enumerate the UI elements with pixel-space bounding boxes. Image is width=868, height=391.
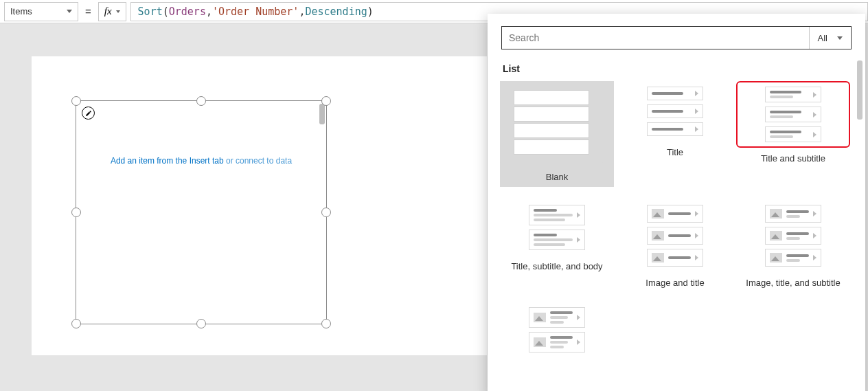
layout-thumb-blank bbox=[500, 81, 603, 164]
search-row: All bbox=[501, 26, 852, 49]
token-identifier: Orders bbox=[169, 5, 206, 18]
chevron-right-icon bbox=[695, 255, 698, 260]
filter-dropdown[interactable]: All bbox=[809, 27, 851, 49]
canvas[interactable]: Add an item from the Insert tab or conne… bbox=[32, 56, 487, 355]
chevron-right-icon bbox=[813, 132, 816, 137]
image-placeholder-icon bbox=[770, 253, 782, 262]
image-placeholder-icon bbox=[652, 253, 664, 262]
chevron-right-icon bbox=[577, 212, 580, 218]
chevron-down-icon bbox=[67, 10, 72, 13]
chevron-right-icon bbox=[695, 109, 698, 114]
token-function: Sort bbox=[138, 5, 163, 18]
layout-option-title-subtitle[interactable]: Title and subtitle bbox=[736, 81, 850, 187]
chevron-right-icon bbox=[695, 211, 698, 216]
filter-label: All bbox=[818, 33, 827, 43]
layout-thumb-image-title-subtitle bbox=[742, 205, 845, 267]
property-dropdown-label: Items bbox=[10, 6, 32, 16]
chevron-down-icon bbox=[116, 10, 120, 13]
chevron-right-icon bbox=[813, 255, 816, 260]
image-placeholder-icon bbox=[534, 337, 546, 347]
layout-thumb-more bbox=[505, 307, 608, 353]
gallery-empty-hint: Add an item from the Insert tab or conne… bbox=[76, 156, 326, 166]
layout-option-more[interactable] bbox=[500, 302, 614, 358]
layout-label: Title, subtitle, and body bbox=[500, 261, 614, 272]
image-placeholder-icon bbox=[652, 209, 664, 219]
hint-link-data[interactable]: or connect to data bbox=[226, 156, 292, 166]
layout-label: Title bbox=[618, 147, 732, 158]
chevron-right-icon bbox=[695, 91, 698, 96]
layout-picker-panel: All List Blank bbox=[488, 14, 865, 391]
chevron-down-icon bbox=[837, 36, 843, 40]
fx-dropdown[interactable]: fx bbox=[98, 2, 126, 21]
resize-handle[interactable] bbox=[321, 208, 331, 217]
chevron-right-icon bbox=[813, 211, 816, 216]
chevron-right-icon bbox=[813, 112, 816, 118]
search-input[interactable] bbox=[502, 27, 809, 49]
layout-grid: Blank Title Title and subtitle bbox=[500, 81, 854, 358]
resize-handle[interactable] bbox=[71, 208, 81, 217]
chevron-right-icon bbox=[577, 339, 580, 345]
chevron-right-icon bbox=[813, 92, 816, 98]
token-string: 'Order Number' bbox=[212, 5, 299, 18]
layout-option-title[interactable]: Title bbox=[618, 81, 732, 187]
selected-gallery-control[interactable]: Add an item from the Insert tab or conne… bbox=[76, 100, 327, 324]
image-placeholder-icon bbox=[770, 209, 782, 219]
equals-sign: = bbox=[85, 5, 91, 17]
layout-thumb-title-subtitle-body bbox=[505, 205, 608, 250]
token-keyword: Descending bbox=[305, 5, 367, 18]
layout-label: Blank bbox=[500, 172, 614, 183]
resize-handle[interactable] bbox=[321, 319, 331, 328]
resize-handle[interactable] bbox=[196, 96, 206, 106]
panel-scrollbar[interactable] bbox=[857, 60, 863, 120]
layout-label: Title and subtitle bbox=[736, 153, 850, 164]
image-placeholder-icon bbox=[770, 231, 782, 241]
image-placeholder-icon bbox=[534, 313, 546, 322]
resize-handle[interactable] bbox=[321, 96, 331, 106]
fx-label: fx bbox=[104, 5, 112, 17]
layout-label: Image and title bbox=[618, 278, 732, 289]
chevron-right-icon bbox=[577, 237, 580, 243]
layout-option-title-subtitle-body[interactable]: Title, subtitle, and body bbox=[500, 199, 614, 289]
hint-link-insert[interactable]: Add an item from the Insert tab bbox=[111, 156, 226, 166]
layout-thumb-image-title bbox=[624, 205, 727, 267]
layout-label: Image, title, and subtitle bbox=[736, 278, 850, 289]
layout-option-image-title-subtitle[interactable]: Image, title, and subtitle bbox=[736, 199, 850, 289]
panel-body: List Blank Title bbox=[488, 56, 865, 391]
section-title: List bbox=[503, 63, 854, 74]
inner-scrollbar[interactable] bbox=[319, 104, 325, 124]
layout-option-blank[interactable]: Blank bbox=[500, 81, 614, 187]
chevron-right-icon bbox=[695, 126, 698, 132]
image-placeholder-icon bbox=[652, 231, 664, 241]
layout-option-image-title[interactable]: Image and title bbox=[618, 199, 732, 289]
chevron-right-icon bbox=[577, 315, 580, 320]
layout-thumb-title-subtitle bbox=[742, 87, 845, 142]
chevron-right-icon bbox=[813, 233, 816, 238]
chevron-right-icon bbox=[695, 233, 698, 238]
resize-handle[interactable] bbox=[71, 96, 81, 106]
resize-handle[interactable] bbox=[71, 319, 81, 328]
resize-handle[interactable] bbox=[196, 319, 206, 328]
property-dropdown[interactable]: Items bbox=[4, 2, 78, 21]
layout-thumb-title bbox=[624, 87, 727, 136]
edit-pencil-icon[interactable] bbox=[82, 107, 95, 120]
